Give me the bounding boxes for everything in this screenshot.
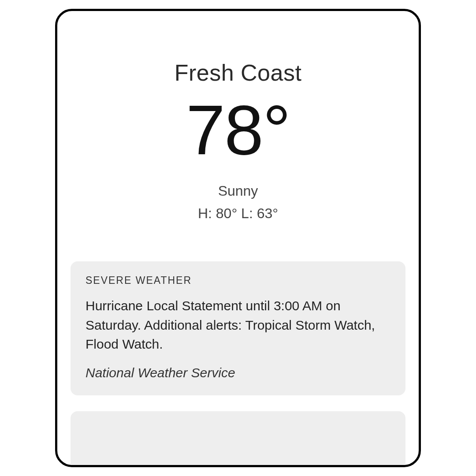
location-name: Fresh Coast [71, 60, 405, 86]
current-temperature: 78° [71, 89, 405, 171]
weather-scroll-view[interactable]: Fresh Coast 78° Sunny H: 80° L: 63° SEVE… [57, 11, 419, 465]
current-weather-hero: Fresh Coast 78° Sunny H: 80° L: 63° [71, 11, 405, 257]
alert-title: SEVERE WEATHER [86, 275, 390, 286]
current-condition: Sunny [71, 183, 405, 199]
alert-body: Hurricane Local Statement until 3:00 AM … [86, 296, 390, 354]
severe-weather-card[interactable]: SEVERE WEATHER Hurricane Local Statement… [71, 261, 405, 395]
high-low-temperature: H: 80° L: 63° [71, 205, 405, 222]
alert-source: National Weather Service [86, 365, 390, 380]
device-frame: Fresh Coast 78° Sunny H: 80° L: 63° SEVE… [55, 9, 421, 467]
next-card-peek [71, 411, 405, 465]
